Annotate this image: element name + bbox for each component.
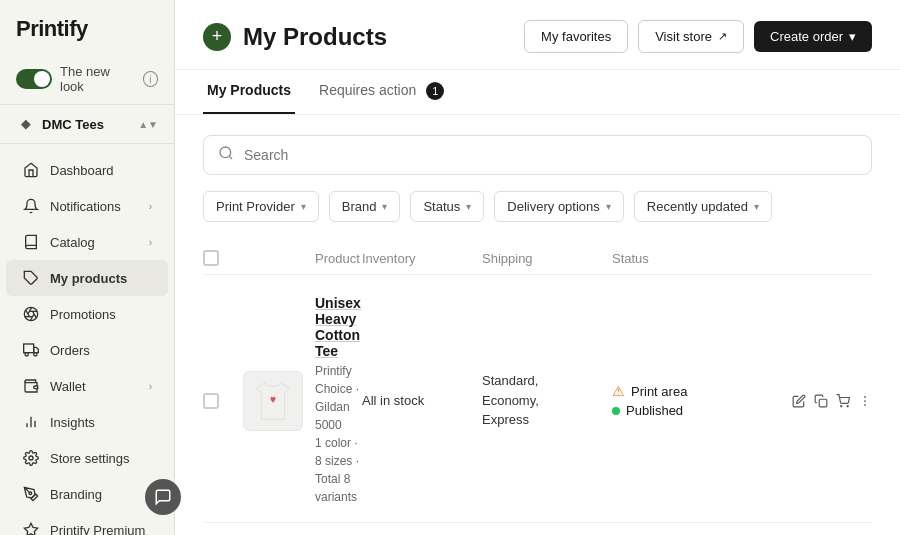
- sidebar-nav: Dashboard Notifications › Catalog › My p…: [0, 144, 174, 535]
- visit-store-button[interactable]: Visit store ↗: [638, 20, 744, 53]
- notifications-chevron-icon: ›: [149, 201, 152, 212]
- branding-icon: [22, 485, 40, 503]
- filters-bar: Print Provider ▾ Brand ▾ Status ▾ Delive…: [203, 191, 872, 222]
- select-all-checkbox[interactable]: [203, 250, 219, 266]
- sidebar-item-notifications-label: Notifications: [50, 199, 139, 214]
- svg-point-23: [864, 396, 866, 398]
- row1-more-button[interactable]: [858, 387, 872, 415]
- create-order-button[interactable]: Create order ▾: [754, 21, 872, 52]
- my-favorites-button[interactable]: My favorites: [524, 20, 628, 53]
- store-icon: ◆: [16, 115, 34, 133]
- new-look-label: The new look: [60, 64, 135, 94]
- row1-product-name[interactable]: Unisex Heavy Cotton Tee: [315, 295, 362, 359]
- svg-marker-9: [34, 347, 39, 352]
- logo-area: Printify: [0, 0, 174, 54]
- sidebar-item-promotions-label: Promotions: [50, 307, 152, 322]
- create-order-label: Create order: [770, 29, 843, 44]
- tab-my-products[interactable]: My Products: [203, 70, 295, 114]
- th-inventory: Inventory: [362, 251, 482, 266]
- sidebar-item-wallet[interactable]: Wallet ›: [6, 368, 168, 404]
- sidebar-item-branding[interactable]: Branding: [6, 476, 168, 512]
- published-dot-icon: [612, 407, 620, 415]
- wallet-chevron-icon: ›: [149, 381, 152, 392]
- filter-print-provider[interactable]: Print Provider ▾: [203, 191, 319, 222]
- add-product-button[interactable]: +: [203, 23, 231, 51]
- sidebar-item-orders-label: Orders: [50, 343, 152, 358]
- filter-status-label: Status: [423, 199, 460, 214]
- row1-status-published-label: Published: [626, 403, 683, 418]
- brand-chevron-icon: ▾: [382, 201, 387, 212]
- row1-edit-button[interactable]: [792, 387, 806, 415]
- row1-meta-line1: Printify Choice · Gildan 5000: [315, 364, 359, 432]
- filter-brand[interactable]: Brand ▾: [329, 191, 401, 222]
- my-favorites-label: My favorites: [541, 29, 611, 44]
- filter-brand-label: Brand: [342, 199, 377, 214]
- app-logo: Printify: [16, 16, 88, 41]
- create-order-chevron-icon: ▾: [849, 29, 856, 44]
- sidebar-item-catalog-label: Catalog: [50, 235, 139, 250]
- row1-status: ⚠ Print area Published: [612, 383, 792, 418]
- products-content: Print Provider ▾ Brand ▾ Status ▾ Delive…: [175, 115, 900, 535]
- page-title: My Products: [243, 23, 512, 51]
- filter-status[interactable]: Status ▾: [410, 191, 484, 222]
- toggle-switch[interactable]: [16, 69, 52, 89]
- tag-icon: [22, 269, 40, 287]
- delivery-options-chevron-icon: ▾: [606, 201, 611, 212]
- sidebar-item-dashboard[interactable]: Dashboard: [6, 152, 168, 188]
- sidebar-item-my-products[interactable]: My products: [6, 260, 168, 296]
- print-provider-chevron-icon: ▾: [301, 201, 306, 212]
- page-header: + My Products My favorites Visit store ↗…: [175, 0, 900, 70]
- row1-product-meta: Printify Choice · Gildan 5000 1 color · …: [315, 362, 362, 506]
- sidebar-item-notifications[interactable]: Notifications ›: [6, 188, 168, 224]
- svg-point-15: [29, 456, 33, 460]
- search-icon: [218, 145, 234, 165]
- sidebar-item-store-settings[interactable]: Store settings: [6, 440, 168, 476]
- svg-point-24: [864, 400, 866, 402]
- filter-recently-updated-label: Recently updated: [647, 199, 748, 214]
- orders-icon: [22, 341, 40, 359]
- row1-shipping: Standard, Economy, Express: [482, 371, 612, 430]
- settings-icon: [22, 449, 40, 467]
- chat-bubble-button[interactable]: [145, 479, 181, 515]
- premium-icon: [22, 521, 40, 535]
- row1-cart-button[interactable]: [836, 387, 850, 415]
- filter-recently-updated[interactable]: Recently updated ▾: [634, 191, 772, 222]
- store-selector[interactable]: ◆ DMC Tees ▲▼: [0, 104, 174, 144]
- sidebar-item-promotions[interactable]: Promotions: [6, 296, 168, 332]
- visit-store-label: Visit store: [655, 29, 712, 44]
- toggle-knob: [34, 71, 50, 87]
- main-content: + My Products My favorites Visit store ↗…: [175, 0, 900, 535]
- search-input[interactable]: [244, 147, 857, 163]
- table-row: Unisex Heavy Cotton Tee Printify Choice …: [203, 279, 872, 523]
- sidebar-item-printify-premium[interactable]: Printify Premium: [6, 512, 168, 535]
- sidebar-item-store-settings-label: Store settings: [50, 451, 152, 466]
- svg-point-18: [220, 147, 231, 158]
- wallet-icon: [22, 377, 40, 395]
- row1-product-info: Unisex Heavy Cotton Tee Printify Choice …: [243, 295, 362, 506]
- svg-point-11: [34, 353, 37, 356]
- th-shipping: Shipping: [482, 251, 612, 266]
- new-look-toggle[interactable]: The new look i: [0, 54, 174, 104]
- svg-rect-20: [819, 399, 827, 407]
- row1-copy-button[interactable]: [814, 387, 828, 415]
- sidebar-item-wallet-label: Wallet: [50, 379, 139, 394]
- row1-actions: [792, 387, 872, 415]
- select-all-container: [203, 250, 243, 266]
- tabs-bar: My Products Requires action 1: [175, 70, 900, 115]
- svg-point-22: [847, 405, 848, 406]
- tab-requires-action[interactable]: Requires action 1: [315, 70, 448, 114]
- home-icon: [22, 161, 40, 179]
- row1-checkbox-container: [203, 393, 243, 409]
- insights-icon: [22, 413, 40, 431]
- filter-delivery-options[interactable]: Delivery options ▾: [494, 191, 624, 222]
- store-chevron-icon: ▲▼: [138, 119, 158, 130]
- row1-checkbox[interactable]: [203, 393, 219, 409]
- sidebar-item-branding-label: Branding: [50, 487, 152, 502]
- recently-updated-chevron-icon: ▾: [754, 201, 759, 212]
- warning-triangle-icon: ⚠: [612, 383, 625, 399]
- info-icon[interactable]: i: [143, 71, 158, 87]
- sidebar-item-orders[interactable]: Orders: [6, 332, 168, 368]
- sidebar-item-catalog[interactable]: Catalog ›: [6, 224, 168, 260]
- sidebar: Printify The new look i ◆ DMC Tees ▲▼ Da…: [0, 0, 175, 535]
- sidebar-item-insights[interactable]: Insights: [6, 404, 168, 440]
